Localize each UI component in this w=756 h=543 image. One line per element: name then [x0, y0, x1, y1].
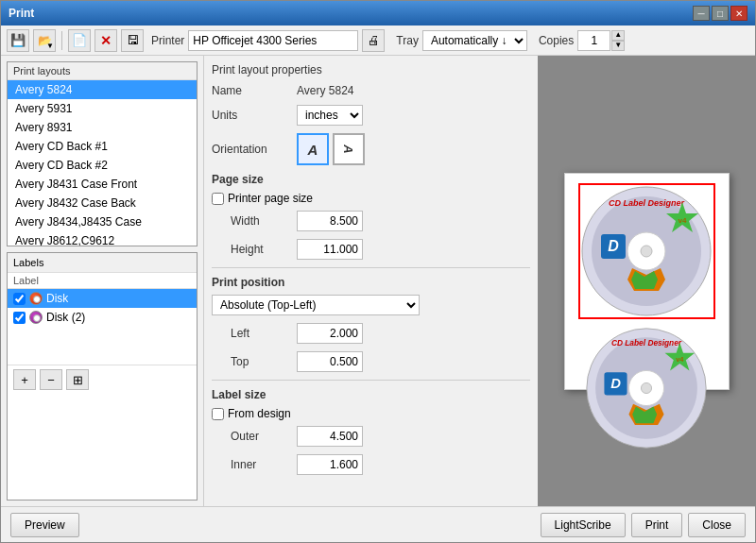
- outer-label: Outer: [212, 430, 297, 443]
- printer-field[interactable]: [188, 30, 358, 51]
- labels-section: Labels Label Disk Disk (2) +: [7, 252, 198, 501]
- close-button[interactable]: ✕: [730, 6, 747, 21]
- list-item[interactable]: Avery 5931: [8, 99, 197, 118]
- list-item[interactable]: Avery J8432 Case Back: [8, 194, 197, 212]
- name-label: Name: [212, 84, 297, 97]
- middle-panel: Print layout properties Name Avery 5824 …: [204, 56, 538, 506]
- orientation-row: Orientation A A: [212, 133, 530, 165]
- copies-spinner: ▲ ▼: [611, 30, 625, 51]
- height-label: Height: [212, 243, 297, 256]
- svg-text:v4: v4: [676, 355, 684, 364]
- print-layouts-section: Print layouts Avery 5824 Avery 5931 Aver…: [7, 61, 198, 246]
- delete-button[interactable]: ✕: [94, 29, 117, 52]
- new-button[interactable]: 📄: [68, 29, 91, 52]
- title-bar: Print ─ □ ✕: [1, 1, 755, 25]
- cd-svg-bottom: CD Label Designer D v4: [585, 327, 708, 450]
- window-controls: ─ □ ✕: [693, 6, 747, 21]
- inner-row: Inner: [212, 454, 530, 475]
- landscape-button[interactable]: A: [333, 133, 365, 165]
- minimize-button[interactable]: ─: [693, 6, 710, 21]
- svg-text:CD Label Designer: CD Label Designer: [611, 338, 682, 348]
- top-input[interactable]: [297, 351, 363, 372]
- disk-label: Disk: [46, 292, 68, 305]
- list-item[interactable]: Avery J8431 Case Front: [8, 175, 197, 194]
- labels-list: Disk Disk (2): [8, 289, 197, 365]
- toolbar-separator: [61, 31, 62, 50]
- labels-title: Labels: [8, 253, 197, 273]
- top-row: Top: [212, 351, 530, 372]
- width-row: Width: [212, 211, 530, 231]
- floppy-button[interactable]: 🖫: [121, 29, 144, 52]
- tray-select[interactable]: Automatically ↓: [422, 30, 527, 51]
- maximize-button[interactable]: □: [712, 6, 729, 21]
- outer-input[interactable]: [297, 426, 363, 447]
- grid-button[interactable]: ⊞: [66, 369, 89, 390]
- copies-input[interactable]: [577, 30, 610, 51]
- printer-page-size-label: Printer page size: [228, 192, 313, 205]
- disk2-checkbox[interactable]: [13, 312, 26, 324]
- svg-text:D: D: [610, 376, 621, 391]
- label-item-disk2[interactable]: Disk (2): [8, 308, 197, 327]
- orientation-label: Orientation: [212, 143, 297, 156]
- height-input[interactable]: [297, 239, 363, 260]
- disk2-icon: [29, 311, 43, 324]
- add-label-button[interactable]: +: [13, 369, 36, 390]
- label-item-disk[interactable]: Disk: [8, 289, 197, 308]
- divider: [212, 267, 530, 268]
- copies-control: ▲ ▼: [577, 30, 625, 51]
- main-content: Print layouts Avery 5824 Avery 5931 Aver…: [1, 56, 755, 506]
- from-design-checkbox[interactable]: [212, 408, 224, 420]
- disk-checkbox[interactable]: [13, 293, 26, 305]
- print-button[interactable]: Print: [631, 513, 683, 537]
- printer-label: Printer: [151, 34, 184, 47]
- toolbar: 💾 📂▼ 📄 ✕ 🖫 Printer 🖨 Tray Automatically …: [1, 25, 755, 56]
- svg-text:v4: v4: [679, 216, 687, 225]
- label-size-title: Label size: [212, 388, 530, 401]
- list-item[interactable]: Avery 5824: [8, 80, 197, 99]
- print-layouts-list[interactable]: Avery 5824 Avery 5931 Avery 8931 Avery C…: [8, 80, 197, 246]
- left-row: Left: [212, 323, 530, 344]
- footer-right: LightScribe Print Close: [541, 513, 746, 537]
- svg-point-3: [641, 246, 652, 257]
- printer-page-size-checkbox[interactable]: [212, 193, 224, 205]
- width-label: Width: [212, 214, 297, 228]
- list-item[interactable]: Avery CD Back #1: [8, 137, 197, 156]
- outer-row: Outer: [212, 426, 530, 447]
- printer-page-size-row: Printer page size: [212, 192, 530, 205]
- height-row: Height: [212, 239, 530, 260]
- print-layouts-title: Print layouts: [8, 62, 197, 80]
- disk2-label: Disk (2): [46, 311, 85, 324]
- inner-input[interactable]: [297, 454, 363, 475]
- position-select[interactable]: Absolute (Top-Left) Centered Custom: [212, 295, 420, 315]
- footer: Preview LightScribe Print Close: [1, 506, 755, 542]
- remove-label-button[interactable]: −: [40, 369, 62, 390]
- close-dialog-button[interactable]: Close: [688, 513, 746, 537]
- print-window: Print ─ □ ✕ 💾 📂▼ 📄 ✕ 🖫 Printer 🖨 Tray Au…: [0, 0, 756, 543]
- copies-down[interactable]: ▼: [611, 41, 625, 51]
- lightscribe-button[interactable]: LightScribe: [541, 513, 626, 537]
- from-design-label: From design: [228, 407, 291, 420]
- name-value: Avery 5824: [297, 84, 354, 97]
- portrait-button[interactable]: A: [297, 133, 329, 165]
- units-select[interactable]: inches cm mm: [297, 105, 363, 126]
- list-item[interactable]: Avery CD Back #2: [8, 156, 197, 175]
- cd-preview-top: CD Label Designer D v4: [578, 183, 715, 319]
- list-item[interactable]: Avery 8931: [8, 118, 197, 137]
- preview-button[interactable]: Preview: [10, 513, 79, 537]
- copies-up[interactable]: ▲: [611, 30, 625, 41]
- labels-column-header: Label: [8, 273, 197, 289]
- list-item[interactable]: Avery J8612,C9612: [8, 231, 197, 246]
- position-title: Print position: [212, 276, 530, 289]
- copies-label: Copies: [539, 34, 574, 47]
- open-button[interactable]: 📂▼: [33, 29, 56, 52]
- from-design-row: From design: [212, 407, 530, 420]
- left-input[interactable]: [297, 323, 363, 344]
- printer-icon-button[interactable]: 🖨: [362, 29, 385, 52]
- cd-svg-top: CD Label Designer D v4: [580, 185, 713, 317]
- top-label: Top: [212, 355, 297, 368]
- labels-footer: + − ⊞: [8, 365, 197, 394]
- list-item[interactable]: Avery J8434,J8435 Case: [8, 212, 197, 231]
- save-button[interactable]: 💾: [7, 29, 29, 52]
- width-input[interactable]: [297, 211, 363, 231]
- inner-label: Inner: [212, 458, 297, 471]
